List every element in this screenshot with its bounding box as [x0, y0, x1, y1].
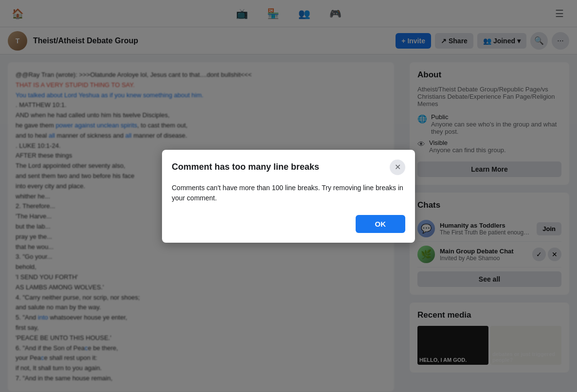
modal-ok-button[interactable]: OK [356, 215, 406, 233]
modal-dialog: Comment has too many line breaks ✕ Comme… [162, 150, 415, 243]
modal-close-button[interactable]: ✕ [390, 160, 405, 175]
modal-footer: OK [172, 215, 405, 233]
modal-overlay[interactable]: Comment has too many line breaks ✕ Comme… [0, 0, 577, 392]
modal-header: Comment has too many line breaks ✕ [172, 160, 405, 175]
modal-title: Comment has too many line breaks [172, 162, 319, 172]
modal-body: Comments can't have more than 100 line b… [172, 183, 405, 203]
